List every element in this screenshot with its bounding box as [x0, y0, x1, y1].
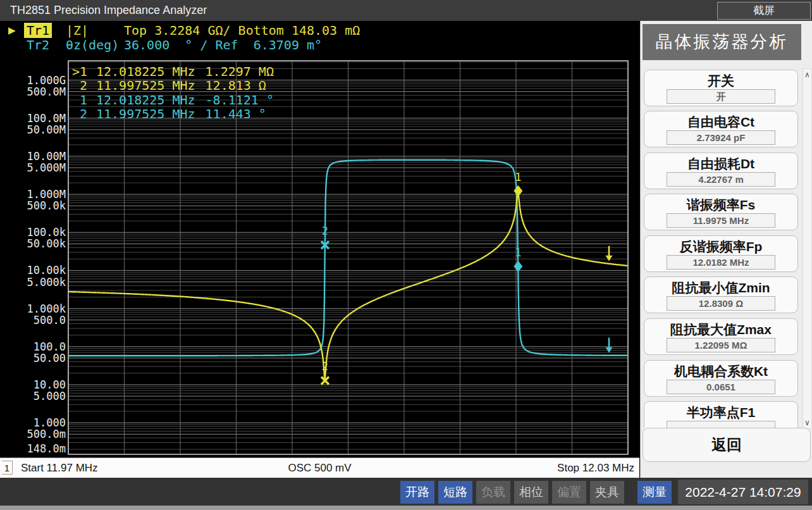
marker-readout-row: 112.018225 MHz-8.1121 °	[71, 92, 274, 108]
scroll-down-icon[interactable]: ∨	[803, 418, 811, 427]
measure-button[interactable]: 测量	[637, 481, 672, 504]
trace-edge-indicator-icon	[606, 256, 613, 261]
trace1-header: Tr1|Z|Top 3.2284 GΩ/ Bottom 148.03 mΩ	[24, 23, 360, 38]
y-axis-tick-label: 100.0M	[1, 112, 66, 125]
y-axis-tick-label: 1.000G	[1, 74, 66, 87]
datetime-display: 2022-4-27 14:07:29	[678, 480, 808, 504]
trace2-scale: 36.000 ° / Ref 6.3709 m°	[124, 37, 322, 53]
y-axis-tick-label: 50.00	[1, 352, 66, 364]
active-trace-arrow-icon: ▶	[8, 25, 16, 36]
y-axis-tick-label: 500.0k	[1, 199, 66, 212]
title-bar: TH2851 Precision Impedance Analyzer 截屏	[0, 0, 812, 21]
softkey-list: 开关开 自由电容Ct2.73924 pF 自由损耗Dt4.22767 m 谐振频…	[641, 21, 801, 428]
app-title: TH2851 Precision Impedance Analyzer	[10, 4, 207, 17]
softkey-resonant-freq-fs[interactable]: 谐振频率Fs11.9975 MHz	[644, 194, 798, 230]
softkey-zmax[interactable]: 阻抗最大值Zmax1.22095 MΩ	[644, 318, 798, 355]
y-axis-tick-label: 500.0m	[1, 428, 66, 440]
softkey-value: 4.22767 m	[667, 172, 775, 187]
bottom-edge-strip	[0, 506, 812, 510]
trace1-name[interactable]: Tr1	[24, 23, 52, 38]
screenshot-button[interactable]: 截屏	[717, 2, 811, 20]
softkey-free-loss-dt[interactable]: 自由损耗Dt4.22767 m	[644, 152, 798, 189]
trace1-scale: Top 3.2284 GΩ/ Bottom 148.03 mΩ	[124, 23, 360, 38]
osc-level: OSC 500 mV	[0, 462, 639, 475]
open-circuit-button[interactable]: 开路	[400, 481, 434, 504]
marker-number-label: 1	[515, 171, 521, 183]
trace1-format: |Z|	[66, 23, 124, 38]
y-axis-tick-label: 10.00	[1, 378, 66, 391]
y-axis-tick-label: 50.00k	[1, 237, 66, 250]
softkey-antiresonant-freq-fp[interactable]: 反谐振频率Fp12.0182 MHz	[644, 235, 798, 272]
y-axis-tick-label: 50.00M	[1, 123, 66, 136]
marker-diamond-icon[interactable]	[514, 185, 522, 197]
y-axis-tick-label: 148.0m	[1, 442, 66, 455]
chart-area: 1212 ▶ Tr1|Z|Top 3.2284 GΩ/ Bottom 148.0…	[0, 21, 640, 457]
trace2-name[interactable]: Tr2	[24, 37, 52, 53]
y-axis-tick-label: 500.0M	[1, 85, 66, 98]
softkey-half-power-f1[interactable]: 半功率点F1	[644, 401, 798, 428]
softkey-value: 1.22095 MΩ	[667, 338, 775, 352]
y-axis-tick-label: 5.000	[1, 390, 66, 402]
marker-number-label: 2	[322, 225, 328, 237]
y-axis-tick-label: 10.00M	[1, 150, 66, 163]
bottom-toolbar: 开路 短路 负载 相位 偏置 夹具 测量 2022-4-27 14:07:29	[0, 478, 812, 506]
marker-number-label: 1	[515, 246, 521, 259]
softkey-sidebar: 晶体振荡器分析 开关开 自由电容Ct2.73924 pF 自由损耗Dt4.227…	[640, 21, 812, 478]
softkey-value: 开	[667, 89, 775, 104]
y-axis-tick-label: 1.000	[1, 416, 66, 429]
trace2-header: Tr2θz(deg)36.000 ° / Ref 6.3709 m°	[24, 37, 322, 53]
short-circuit-button[interactable]: 短路	[438, 481, 472, 504]
marker-readout-row: 211.997525 MHz11.443 °	[71, 106, 266, 121]
bias-button[interactable]: 偏置	[552, 481, 586, 504]
instrument-screen: TH2851 Precision Impedance Analyzer 截屏 1…	[0, 0, 812, 510]
softkey-value: 0.0651	[667, 380, 775, 394]
softkey-value: 11.9975 MHz	[667, 213, 775, 228]
sweep-status-bar: 1 Start 11.97 MHz OSC 500 mV Stop 12.03 …	[0, 457, 639, 478]
marker-readout-row: 211.997525 MHz12.813 Ω	[71, 78, 266, 93]
softkey-value	[667, 421, 775, 428]
softkey-coupling-kt[interactable]: 机电耦合系数Kt0.0651	[644, 360, 798, 397]
y-axis-tick-label: 1.000k	[1, 302, 66, 315]
softkey-free-capacitance-ct[interactable]: 自由电容Ct2.73924 pF	[644, 111, 798, 147]
y-axis-tick-label: 500.0	[1, 314, 66, 327]
load-button[interactable]: 负载	[476, 481, 510, 504]
y-axis-tick-label: 5.000M	[1, 161, 66, 174]
softkey-zmin[interactable]: 阻抗最小值Zmin12.8309 Ω	[644, 277, 798, 313]
fixture-button[interactable]: 夹具	[590, 481, 624, 504]
marker-number-label: 2	[322, 360, 328, 373]
trace2-format: θz(deg)	[66, 37, 124, 53]
softkey-value: 12.0182 MHz	[667, 255, 775, 270]
phase-button[interactable]: 相位	[514, 481, 548, 504]
marker-readout-row: >112.018225 MHz1.2297 MΩ	[71, 64, 274, 79]
y-axis-tick-label: 100.0k	[1, 226, 66, 239]
softkey-value: 2.73924 pF	[667, 130, 775, 145]
softkey-switch[interactable]: 开关开	[644, 70, 798, 106]
stop-frequency: Stop 12.03 MHz	[557, 462, 634, 475]
y-axis-tick-label: 5.000k	[1, 276, 66, 289]
y-axis-tick-label: 10.00k	[1, 264, 66, 277]
back-button[interactable]: 返回	[643, 428, 811, 462]
y-axis-tick-label: 100.0	[1, 340, 66, 353]
sidebar-scrollbar[interactable]: ∧ ∨	[803, 68, 812, 429]
scroll-up-icon[interactable]: ∧	[803, 70, 811, 79]
softkey-value: 12.8309 Ω	[667, 296, 775, 311]
y-axis-tick-label: 1.000M	[1, 188, 66, 201]
